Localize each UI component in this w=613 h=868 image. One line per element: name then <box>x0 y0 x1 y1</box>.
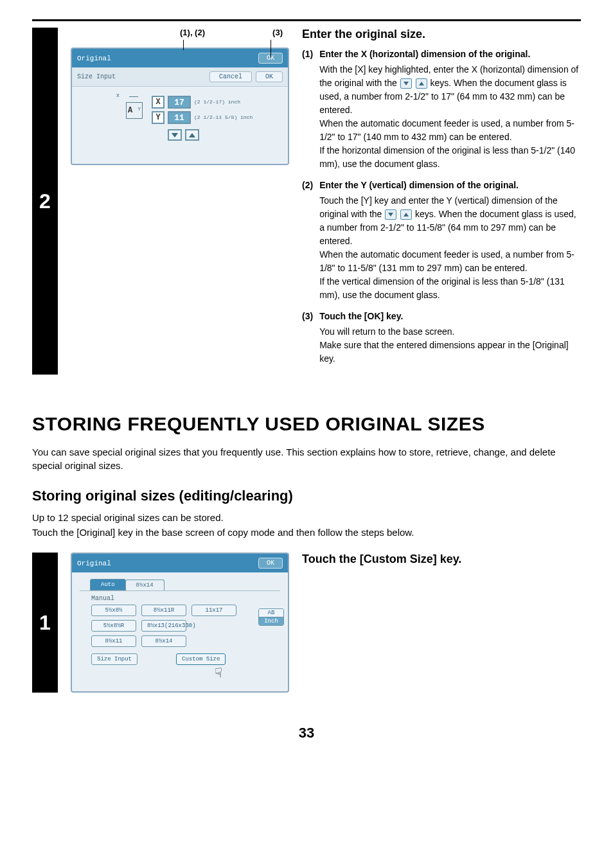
step1-text: Touch the [Custom Size] key. <box>302 553 581 693</box>
y-value: 11 <box>168 111 191 124</box>
step-number: 1 <box>39 611 51 635</box>
step-2: 2 (1), (2) (3) Original OK Size Input Ca <box>32 28 581 375</box>
x-value: 17 <box>168 96 191 109</box>
substep-3-num: (3) <box>302 311 313 366</box>
y-key[interactable]: Y <box>152 111 164 124</box>
manual-label: Manual <box>91 595 280 602</box>
x-range: (2 1/2-17) inch <box>194 100 240 105</box>
step2-title: Enter the original size. <box>302 28 581 41</box>
ab-inch-toggle[interactable]: AB Inch <box>258 608 284 626</box>
preset-11x17[interactable]: 11x17 <box>191 605 236 616</box>
x-row: X 17 (2 1/2-17) inch <box>152 96 253 109</box>
subsection-desc: Up to 12 special original sizes can be s… <box>32 511 581 540</box>
increment-button[interactable] <box>185 129 199 141</box>
up-key-icon <box>400 209 412 220</box>
preset-5-5x8-5[interactable]: 5½x8½ <box>91 605 136 616</box>
cancel-button[interactable]: Cancel <box>209 71 252 82</box>
substep-2-head: Enter the Y (vertical) dimension of the … <box>319 180 581 190</box>
subsection-title: Storing original sizes (editing/clearing… <box>32 488 581 504</box>
substep-2-num: (2) <box>302 180 313 302</box>
decrement-button[interactable] <box>168 129 182 141</box>
preset-8-5x11[interactable]: 8½x11 <box>91 635 136 647</box>
original-screenshot-wrap: Original OK Auto 8½x14 Manual 5½x8½ 8½x1… <box>71 553 289 693</box>
inch-label: Inch <box>259 617 283 625</box>
hand-cursor-icon: ☟ <box>157 665 280 681</box>
original-panel: Original OK Auto 8½x14 Manual 5½x8½ 8½x1… <box>71 553 289 693</box>
callout-lines <box>71 40 289 50</box>
substep-2-text: Touch the [Y] key and enter the Y (verti… <box>319 194 581 302</box>
chevron-up-icon <box>189 133 195 137</box>
down-key-icon <box>400 78 412 89</box>
section-title: STORING FREQUENTLY USED ORIGINAL SIZES <box>32 413 581 435</box>
substep-1-num: (1) <box>302 49 313 171</box>
tab-deck: Auto 8½x14 <box>80 579 280 591</box>
step-number-cell: 2 <box>32 28 58 375</box>
tab-auto-doc[interactable]: 8½x14 <box>125 580 164 590</box>
size-input-screenshot-wrap: (1), (2) (3) Original OK Size Input Canc… <box>71 28 289 375</box>
callout-3: (3) <box>272 28 283 37</box>
step1-title: Touch the [Custom Size] key. <box>302 553 581 566</box>
custom-size-button[interactable]: Custom Size <box>176 653 226 665</box>
preset-5-5x8-5r[interactable]: 5½x8½R <box>91 620 136 632</box>
size-input-button[interactable]: Size Input <box>91 653 138 665</box>
substep-3-head: Touch the [OK] key. <box>319 311 581 321</box>
y-range: (2 1/2-11 5/8) inch <box>194 115 253 121</box>
preset-8-5x14[interactable]: 8½x14 <box>141 635 186 647</box>
preset-8-5x13[interactable]: 8½x13(216x330) <box>141 620 186 632</box>
callout-row: (1), (2) (3) <box>71 28 289 40</box>
ok-button[interactable]: OK <box>258 558 283 569</box>
step-number: 2 <box>39 190 51 213</box>
y-row: Y 11 (2 1/2-11 5/8) inch <box>152 111 253 124</box>
paper-orientation-icon: XAY <box>126 102 143 119</box>
ok-button[interactable]: OK <box>256 71 283 82</box>
tab-auto[interactable]: Auto <box>90 579 126 590</box>
size-input-panel: Original OK Size Input Cancel OK XAY <box>71 48 289 165</box>
step-number-cell: 1 <box>32 553 58 693</box>
section-desc: You can save special original sizes that… <box>32 445 581 472</box>
step-1: 1 Original OK Auto 8½x14 Manual 5½x8½ <box>32 553 581 693</box>
page-number: 33 <box>32 725 581 741</box>
step2-text: Enter the original size. (1) Enter the X… <box>302 28 581 375</box>
chevron-down-icon <box>172 133 178 137</box>
panel-title: Original <box>77 560 111 567</box>
up-key-icon <box>416 78 427 89</box>
preset-8-5x11r[interactable]: 8½x11R <box>141 605 186 616</box>
panel-title: Original <box>77 55 111 62</box>
size-input-label: Size Input <box>77 73 116 80</box>
substep-3-text: You will return to the base screen. Make… <box>319 325 581 366</box>
substep-1-text: With the [X] key highlighted, enter the … <box>319 63 581 171</box>
callout-1-2: (1), (2) <box>180 28 205 37</box>
x-key[interactable]: X <box>152 96 164 109</box>
ab-label: AB <box>259 609 283 617</box>
substep-1-head: Enter the X (horizontal) dimension of th… <box>319 49 581 59</box>
down-key-icon <box>385 209 396 220</box>
size-presets: 5½x8½ 8½x11R 11x17 5½x8½R 8½x13(216x330)… <box>91 605 280 647</box>
